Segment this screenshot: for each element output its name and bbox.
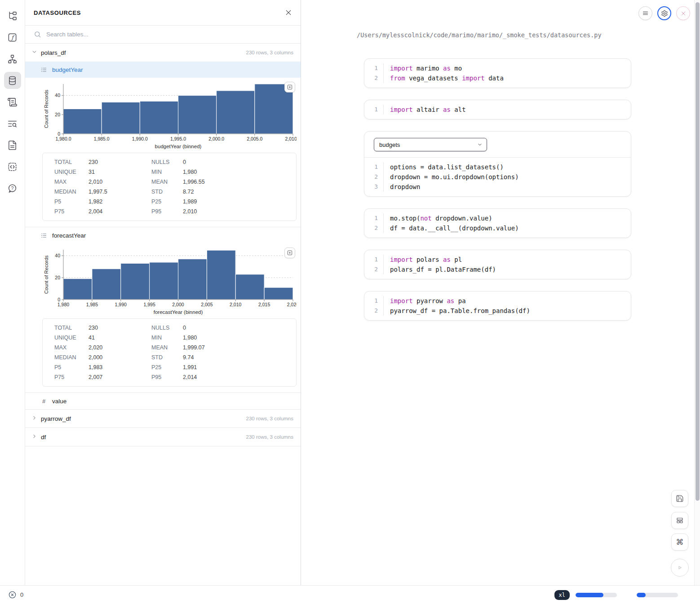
- code-cell[interactable]: 12import polars as plpolars_df = pl.Data…: [364, 250, 631, 279]
- stat-label: MAX: [54, 179, 89, 185]
- column-row-forecastYear[interactable]: forecastYear: [25, 227, 301, 243]
- datasources-icon[interactable]: [4, 72, 21, 89]
- floppy-icon: [676, 494, 684, 503]
- svg-text:2,010.0: 2,010.0: [285, 136, 297, 141]
- expand-chart-button[interactable]: [284, 82, 295, 93]
- stat-value: 2,020: [89, 344, 151, 351]
- code-editor[interactable]: 123options = data.list_datasets()dropdow…: [364, 158, 631, 196]
- scrollbar-track[interactable]: [694, 0, 700, 585]
- stat-label: MEAN: [151, 344, 183, 351]
- dropdown-value: budgets: [379, 141, 400, 148]
- code-editor[interactable]: 12import pyarrow as papyarrow_df = pa.Ta…: [364, 291, 631, 320]
- stat-row: TOTAL230NULLS0: [43, 157, 296, 167]
- errors-indicator[interactable]: 0: [8, 591, 23, 599]
- menu-button[interactable]: [638, 6, 652, 20]
- panel-title: DATASOURCES: [34, 9, 81, 16]
- line-numbers: 1: [364, 105, 384, 115]
- code-cell[interactable]: 12mo.stop(not dropdown.value)df = data._…: [364, 208, 631, 238]
- stat-value: 2,010: [183, 208, 296, 215]
- datasources-panel: DATASOURCES polars_df 230 rows, 3 column…: [25, 0, 301, 585]
- column-name: value: [52, 398, 66, 405]
- stat-label: P75: [54, 374, 89, 380]
- dataset-dropdown[interactable]: budgets: [374, 138, 487, 151]
- column-list-icon: [40, 232, 47, 239]
- svg-text:1,980: 1,980: [58, 302, 69, 307]
- table-search-icon[interactable]: [4, 115, 21, 132]
- code-editor[interactable]: 1import altair as alt: [364, 100, 631, 119]
- table-row-df[interactable]: df 230 rows, 3 columns: [25, 428, 301, 446]
- stat-label: TOTAL: [54, 325, 89, 331]
- svg-text:forecastYear (binned): forecastYear (binned): [154, 309, 203, 315]
- stat-label: P95: [151, 374, 183, 380]
- stat-label: UNIQUE: [54, 169, 89, 175]
- play-icon: [676, 564, 683, 571]
- table-row-polars-df[interactable]: polars_df 230 rows, 3 columns: [25, 44, 301, 62]
- stat-value: 31: [89, 169, 151, 175]
- snippets-icon[interactable]: [4, 158, 21, 175]
- file-tree-icon[interactable]: [4, 7, 21, 24]
- expand-chart-button[interactable]: [284, 247, 295, 258]
- stat-value: 8.72: [183, 189, 296, 195]
- layout-icon: [676, 516, 684, 525]
- run-button[interactable]: [671, 559, 689, 577]
- code-lines: options = data.list_datasets()dropdown =…: [384, 162, 519, 192]
- svg-text:budgetYear (binned): budgetYear (binned): [155, 144, 202, 149]
- stat-row: MAX2,020MEAN1,999.07: [43, 343, 296, 353]
- help-icon[interactable]: ?: [4, 180, 21, 197]
- code-lines: import pyarrow as papyarrow_df = pa.Tabl…: [384, 296, 530, 316]
- shutdown-button[interactable]: [676, 6, 690, 20]
- stat-value: 2,007: [89, 374, 151, 380]
- footer-right: xl: [554, 590, 692, 600]
- code-editor[interactable]: 12import marimo as mofrom vega_datasets …: [364, 59, 631, 88]
- svg-text:Count of Records: Count of Records: [44, 89, 49, 128]
- code-cell[interactable]: 12import marimo as mofrom vega_datasets …: [364, 58, 631, 88]
- functions-icon[interactable]: ƒ: [4, 29, 21, 46]
- kernel-size-badge[interactable]: xl: [554, 590, 570, 600]
- stat-row: P51,982P251,989: [43, 197, 296, 207]
- shortcuts-button[interactable]: ⌘: [671, 533, 688, 551]
- connected-check-icon[interactable]: [684, 591, 692, 599]
- stat-value: 0: [183, 325, 296, 331]
- save-button[interactable]: [671, 490, 688, 507]
- svg-text:20: 20: [55, 275, 60, 280]
- status-bar: 0 xl: [0, 585, 700, 604]
- stat-label: NULLS: [151, 325, 183, 331]
- table-row-pyarrow-df[interactable]: pyarrow_df 230 rows, 3 columns: [25, 410, 301, 428]
- stat-label: STD: [151, 354, 183, 361]
- stat-row: UNIQUE31MIN1,980: [43, 167, 296, 177]
- svg-text:2,000.0: 2,000.0: [208, 136, 224, 141]
- layout-button[interactable]: [671, 512, 688, 529]
- panel-header: DATASOURCES: [25, 0, 301, 26]
- column-row-budgetYear[interactable]: budgetYear: [25, 62, 301, 78]
- stat-value: 1,997.5: [89, 189, 151, 195]
- documentation-icon[interactable]: [4, 137, 21, 154]
- svg-text:40: 40: [55, 93, 60, 98]
- svg-text:1,985.0: 1,985.0: [94, 136, 110, 141]
- code-cell[interactable]: 12import pyarrow as papyarrow_df = pa.Ta…: [364, 291, 631, 321]
- svg-text:2,005: 2,005: [201, 302, 213, 307]
- stat-row: P51,983P251,991: [43, 362, 296, 372]
- close-icon: [680, 10, 687, 17]
- column-row-value[interactable]: # value: [25, 393, 301, 409]
- scratchpad-icon[interactable]: [4, 93, 21, 110]
- settings-button[interactable]: [657, 6, 671, 20]
- chevron-right-icon: [31, 414, 37, 423]
- stat-label: STD: [151, 189, 183, 195]
- main-row: ƒ ?: [0, 0, 700, 585]
- code-cell[interactable]: budgets123options = data.list_datasets()…: [364, 131, 631, 197]
- line-numbers: 12: [364, 63, 384, 83]
- cpu-progress: [637, 593, 678, 597]
- code-cell[interactable]: 1import altair as alt: [364, 100, 631, 119]
- code-lines: import altair as alt: [384, 105, 466, 115]
- stat-label: UNIQUE: [54, 335, 89, 341]
- dependency-graph-icon[interactable]: [4, 50, 21, 67]
- search-tables-input[interactable]: [46, 31, 292, 38]
- code-editor[interactable]: 12import polars as plpolars_df = pl.Data…: [364, 250, 631, 279]
- code-editor[interactable]: 12mo.stop(not dropdown.value)df = data._…: [364, 209, 631, 238]
- table-name: df: [41, 434, 46, 441]
- scrollbar-thumb[interactable]: [696, 2, 700, 501]
- stat-label: P95: [151, 208, 183, 215]
- svg-text:2,015: 2,015: [258, 302, 270, 307]
- code-cells: 12import marimo as mofrom vega_datasets …: [364, 58, 631, 321]
- panel-close-icon[interactable]: [285, 9, 292, 16]
